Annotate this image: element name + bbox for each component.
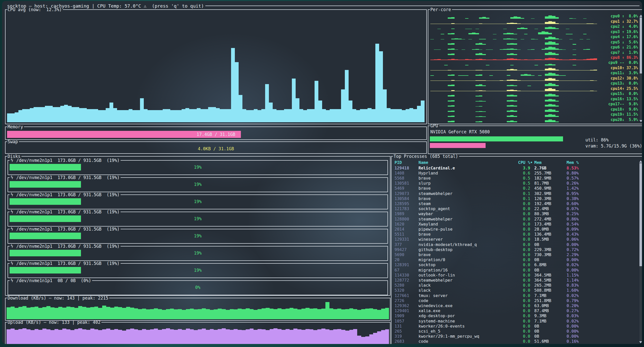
process-row[interactable]: 130581slurp0.581.7MB0.26% xyxy=(392,181,637,186)
chart-bar xyxy=(91,109,94,122)
process-mem-pct: 0.02% xyxy=(567,262,636,267)
disk-title: /dev/nvme1n1p1 0B / 0B (0%) xyxy=(13,278,92,283)
percore-scrollbar[interactable] xyxy=(639,15,642,122)
chart-bar xyxy=(552,27,555,29)
col-header-mem[interactable]: Mem xyxy=(534,160,567,165)
process-row[interactable]: 99427github-desktop0.0229.3MB0.72% xyxy=(392,247,637,252)
process-row[interactable]: 265scsi_eh_50.00B0.00% xyxy=(392,329,637,334)
process-row[interactable]: 67migration/160.00B0.00% xyxy=(392,267,637,272)
chart-bar xyxy=(545,74,548,76)
chart-bar xyxy=(266,330,270,344)
process-row[interactable]: 127661tmux: server0.07.1MB0.02% xyxy=(392,293,637,298)
col-header-mem-pct[interactable]: Mem % xyxy=(567,160,636,165)
chart-bar xyxy=(50,307,54,319)
chart-bar xyxy=(542,31,545,34)
scroll-down-icon[interactable] xyxy=(639,120,642,122)
processes-scrollbar[interactable] xyxy=(639,160,642,343)
col-header-pid[interactable]: PID xyxy=(395,160,418,165)
process-row[interactable]: 114330outlook-for-lin0.0364.5MB1.15% xyxy=(392,272,637,278)
process-row[interactable]: 5690brave0.0730.3MB2.29% xyxy=(392,252,637,257)
process-row[interactable]: 128800steamwebhelper0.0272.4MB0.86% xyxy=(392,216,637,221)
upload-label: Upload (KB/s) — now: 133 | peak: 402 xyxy=(7,320,101,325)
chart-bar xyxy=(381,330,385,344)
process-row[interactable]: 20migration/00.00B0.00% xyxy=(392,257,637,262)
process-mem-pct: 0.25% xyxy=(567,211,636,216)
process-mem-pct: 0.72% xyxy=(567,247,636,252)
scroll-thumb[interactable] xyxy=(640,17,642,73)
process-mem: 18.5MB xyxy=(534,237,567,242)
chart-bar xyxy=(182,109,185,122)
chart-bar xyxy=(292,79,296,122)
process-row[interactable]: 1989waybar0.080.3MB0.25% xyxy=(392,211,637,216)
col-header-cpu[interactable]: CPU % xyxy=(516,160,530,165)
process-row[interactable]: 1057systemd-machine0.07.1MB0.02% xyxy=(392,318,637,324)
core-sparkline xyxy=(430,91,597,96)
process-row[interactable]: 5511brave0.0136.4MB0.43% xyxy=(392,232,637,237)
chart-bar xyxy=(545,79,548,81)
process-table-header[interactable]: PID Name CPU % • Mem Mem % xyxy=(392,159,637,165)
process-pid: 265 xyxy=(395,329,418,334)
chart-bar xyxy=(113,108,117,122)
process-name: nvidia-modeset/kthread_q xyxy=(418,242,516,247)
process-row[interactable]: 5320slack0.0508.8MB1.60% xyxy=(392,288,637,293)
process-row[interactable]: 5568brave0.5182.9MB0.57% xyxy=(392,176,637,181)
scroll-up-icon[interactable] xyxy=(639,15,642,17)
chart-bar xyxy=(345,309,349,319)
process-mem-pct: 0.00% xyxy=(567,324,636,329)
core-sparkline xyxy=(430,19,597,24)
scroll-down-icon[interactable] xyxy=(639,341,642,343)
process-row[interactable]: 1408Hyprland0.6255.7MB0.80% xyxy=(392,170,637,176)
chart-bar xyxy=(126,329,130,344)
process-mem: 450.9MB xyxy=(534,186,567,191)
process-row[interactable]: 1909xdg-desktop-por0.09.3MB0.03% xyxy=(392,313,637,318)
chart-bar xyxy=(190,309,194,319)
disk-title: /dev/nvme2n1p1 173.0GB / 931.5GB (19%) xyxy=(13,192,121,197)
process-row[interactable]: 128772steamwebhelper0.0364.5MB1.14% xyxy=(392,278,637,283)
process-row[interactable]: 128391socktop0.06.8MB0.02% xyxy=(392,262,637,267)
process-mem-pct: 0.60% xyxy=(567,201,636,206)
process-row[interactable]: 130584brave0.1120.3MB0.38% xyxy=(392,196,637,201)
chart-bar xyxy=(548,73,552,76)
process-row[interactable]: 121783socktop_agent0.022.4MB0.07% xyxy=(392,206,637,211)
chart-bar xyxy=(38,308,42,319)
chart-bar xyxy=(134,329,138,344)
process-mem: 63.0MB xyxy=(534,303,567,308)
chart-bar xyxy=(75,107,79,122)
chart-bar xyxy=(246,329,250,344)
chart-bar xyxy=(368,108,371,122)
disk-item: ϟ /dev/nvme2n1p1 173.0GB / 931.5GB (19%)… xyxy=(8,263,388,278)
chart-bar xyxy=(198,329,202,344)
process-row[interactable]: 131kworker/26:0-events0.00B0.00% xyxy=(392,324,637,329)
process-name: brave xyxy=(418,186,516,191)
process-mem: 265.2MB xyxy=(534,283,567,288)
process-row[interactable]: 319kworker/29:1-mm_percpu_wq0.00B0.00% xyxy=(392,334,637,339)
process-row[interactable]: 128595steam0.0192.4MB0.60% xyxy=(392,201,637,206)
process-row[interactable]: 1620Xwayland0.0173.4MB0.54% xyxy=(392,221,637,227)
process-row[interactable]: 377nvidia-modeset/kthread_q0.00B0.00% xyxy=(392,242,637,247)
disk-title-row: ϟ /dev/nvme2n1p1 173.0GB / 931.5GB (19%) xyxy=(8,244,388,249)
disk-usage-label: 19% xyxy=(10,251,386,256)
chart-bar xyxy=(594,58,597,60)
process-row[interactable]: 129362winedevice.exe0.063.0MB0.20% xyxy=(392,303,637,308)
process-row[interactable]: 129073steamwebhelper0.1302.9MB0.95% xyxy=(392,191,637,196)
process-row[interactable]: 129418RelicCardinal.e3.92.7GB8.53% xyxy=(392,165,637,170)
process-row[interactable]: 2014pipewire-pulse0.028.0MB0.09% xyxy=(392,227,637,232)
process-row[interactable]: 5469brave0.2450.9MB1.42% xyxy=(392,186,637,191)
scroll-thumb[interactable] xyxy=(639,163,642,266)
process-row[interactable]: 129401xalia.exe0.087.4MB0.27% xyxy=(392,308,637,313)
process-row[interactable]: 2683code0.051.6MB0.16% xyxy=(392,339,637,344)
scroll-up-icon[interactable] xyxy=(639,160,642,163)
chart-bar xyxy=(413,109,417,122)
core-label: cpu0 ↑ 8.0% xyxy=(600,14,638,18)
chart-bar xyxy=(22,306,26,319)
process-rows: 129418RelicCardinal.e3.92.7GB8.53%1408Hy… xyxy=(392,165,637,344)
chart-bar xyxy=(353,309,357,319)
process-cpu: 0.5 xyxy=(516,176,530,181)
process-row[interactable]: 2726code0.0251.8MB0.79% xyxy=(392,298,637,303)
chart-bar xyxy=(182,310,186,319)
col-header-name[interactable]: Name xyxy=(418,160,516,165)
chart-bar xyxy=(552,58,555,60)
process-row[interactable]: 5280slack0.0265.2MB0.83% xyxy=(392,283,637,288)
process-row[interactable]: 129331wineserver0.018.5MB0.06% xyxy=(392,237,637,242)
process-name: github-desktop xyxy=(418,247,516,252)
